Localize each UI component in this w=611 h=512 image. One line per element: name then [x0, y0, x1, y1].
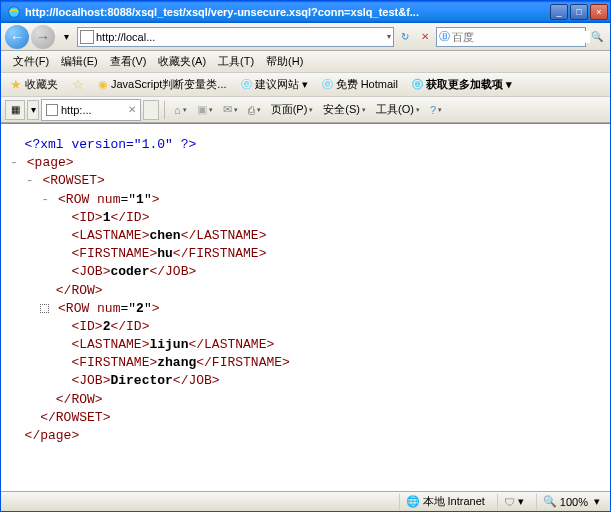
xml-node: <ROW num="2"> [9, 300, 602, 318]
content-area: <?xml version="1.0" ?> - <page> - <ROWSE… [1, 123, 610, 491]
page-icon [46, 104, 58, 116]
menu-help[interactable]: 帮助(H) [260, 52, 309, 71]
quicktabs-button[interactable]: ▦ [5, 100, 25, 120]
ie-icon [7, 5, 21, 19]
fav-link-js[interactable]: ◉JavaScript判断变量类... [95, 76, 230, 93]
ie-small-icon: ⓔ [241, 77, 252, 92]
status-bar: 🌐本地 Intranet 🛡▾ 🔍100%▾ [1, 491, 610, 511]
page-icon [80, 30, 94, 44]
nav-bar: ← → ▾ ▾ ↻ ✕ Ⓑ 🔍 [1, 23, 610, 51]
xml-declaration: <?xml version="1.0" ?> [9, 136, 602, 154]
menu-edit[interactable]: 编辑(E) [55, 52, 104, 71]
xml-node: <FIRSTNAME>zhang</FIRSTNAME> [9, 354, 602, 372]
xml-node: - <page> [9, 154, 602, 172]
tab-active[interactable]: http:... ✕ [41, 99, 141, 121]
menu-favorites[interactable]: 收藏夹(A) [152, 52, 212, 71]
search-button[interactable]: 🔍 [588, 28, 606, 46]
search-input[interactable] [452, 31, 590, 43]
js-icon: ◉ [98, 78, 108, 91]
home-button[interactable]: ⌂▾ [170, 102, 191, 118]
xml-node: <ID>2</ID> [9, 318, 602, 336]
zoom-level: 100% [560, 496, 588, 508]
address-dropdown-icon[interactable]: ▾ [387, 32, 391, 41]
fav-text: JavaScript判断变量类... [111, 77, 227, 92]
xml-node: <ID>1</ID> [9, 209, 602, 227]
safety-label: 安全(S) [323, 102, 360, 117]
print-button[interactable]: ⎙▾ [244, 102, 265, 118]
tools-label: 工具(O) [376, 102, 414, 117]
collapse-toggle[interactable]: - [40, 191, 50, 209]
favorites-label: 收藏夹 [25, 77, 58, 92]
nav-dropdown-icon[interactable]: ▾ [57, 28, 75, 46]
minimize-button[interactable]: _ [550, 4, 568, 20]
xml-node: <JOB>coder</JOB> [9, 263, 602, 281]
search-provider-icon: Ⓑ [439, 29, 450, 44]
separator [164, 101, 165, 119]
xml-node: </ROW> [9, 282, 602, 300]
back-button[interactable]: ← [5, 25, 29, 49]
mail-button[interactable]: ✉▾ [219, 101, 242, 118]
favorites-button[interactable]: ★收藏夹 [7, 76, 61, 93]
xml-node: <JOB>Director</JOB> [9, 372, 602, 390]
page-label: 页面(P) [271, 102, 308, 117]
xml-node: <FIRSTNAME>hu</FIRSTNAME> [9, 245, 602, 263]
home-icon: ⌂ [174, 104, 181, 116]
expand-toggle[interactable] [40, 304, 49, 313]
tab-close-icon[interactable]: ✕ [128, 104, 136, 115]
safety-menu[interactable]: 安全(S)▾ [319, 100, 370, 119]
add-favorite-button[interactable]: ☆ [69, 76, 87, 93]
collapse-toggle[interactable]: - [9, 154, 19, 172]
window-title: http://localhost:8088/xsql_test/xsql/ver… [25, 6, 550, 18]
fav-link-suggest[interactable]: ⓔ建议网站 ▾ [238, 76, 311, 93]
new-tab-button[interactable] [143, 100, 159, 120]
help-button[interactable]: ?▾ [426, 102, 446, 118]
ie-small-icon: ⓔ [322, 77, 333, 92]
tab-list-button[interactable]: ▾ [27, 100, 39, 120]
page-menu[interactable]: 页面(P)▾ [267, 100, 318, 119]
xml-node: - <ROW num="1"> [9, 191, 602, 209]
ie-small-icon: ⓔ [412, 77, 423, 92]
collapse-toggle[interactable]: - [25, 172, 35, 190]
favorites-bar: ★收藏夹 ☆ ◉JavaScript判断变量类... ⓔ建议网站 ▾ ⓔ免费 H… [1, 73, 610, 97]
fav-link-hotmail[interactable]: ⓔ免费 Hotmail [319, 76, 401, 93]
shield-icon: 🛡 [504, 496, 515, 508]
stop-button[interactable]: ✕ [416, 28, 434, 46]
tools-menu[interactable]: 工具(O)▾ [372, 100, 424, 119]
zoom-icon: 🔍 [543, 495, 557, 508]
close-button[interactable]: × [590, 4, 608, 20]
protected-mode[interactable]: 🛡▾ [497, 494, 530, 510]
xml-node: <LASTNAME>chen</LASTNAME> [9, 227, 602, 245]
feeds-button[interactable]: ▣▾ [193, 101, 217, 118]
star-add-icon: ☆ [72, 77, 84, 92]
fav-text: 获取更多加载项 ▾ [426, 77, 512, 92]
star-icon: ★ [10, 77, 22, 92]
maximize-button[interactable]: □ [570, 4, 588, 20]
refresh-button[interactable]: ↻ [396, 28, 414, 46]
xml-node: </ROW> [9, 391, 602, 409]
xml-node: </page> [9, 427, 602, 445]
fav-link-addons[interactable]: ⓔ获取更多加载项 ▾ [409, 76, 515, 93]
search-bar[interactable]: Ⓑ [436, 27, 586, 47]
help-icon: ? [430, 104, 436, 116]
zone-indicator[interactable]: 🌐本地 Intranet [399, 494, 491, 510]
forward-button[interactable]: → [31, 25, 55, 49]
rss-icon: ▣ [197, 103, 207, 116]
title-bar: http://localhost:8088/xsql_test/xsql/ver… [1, 1, 610, 23]
fav-text: 建议网站 ▾ [255, 77, 308, 92]
fav-text: 免费 Hotmail [336, 77, 398, 92]
tab-bar: ▦ ▾ http:... ✕ ⌂▾ ▣▾ ✉▾ ⎙▾ 页面(P)▾ 安全(S)▾… [1, 97, 610, 123]
print-icon: ⎙ [248, 104, 255, 116]
zoom-control[interactable]: 🔍100%▾ [536, 494, 606, 510]
menu-tools[interactable]: 工具(T) [212, 52, 260, 71]
xml-node: <LASTNAME>lijun</LASTNAME> [9, 336, 602, 354]
zone-text: 本地 Intranet [423, 494, 485, 509]
xml-node: </ROWSET> [9, 409, 602, 427]
globe-icon: 🌐 [406, 495, 420, 508]
menu-view[interactable]: 查看(V) [104, 52, 153, 71]
menu-file[interactable]: 文件(F) [7, 52, 55, 71]
mail-icon: ✉ [223, 103, 232, 116]
address-bar[interactable]: ▾ [77, 27, 394, 47]
address-input[interactable] [96, 29, 387, 45]
menu-bar: 文件(F) 编辑(E) 查看(V) 收藏夹(A) 工具(T) 帮助(H) [1, 51, 610, 73]
xml-node: - <ROWSET> [9, 172, 602, 190]
